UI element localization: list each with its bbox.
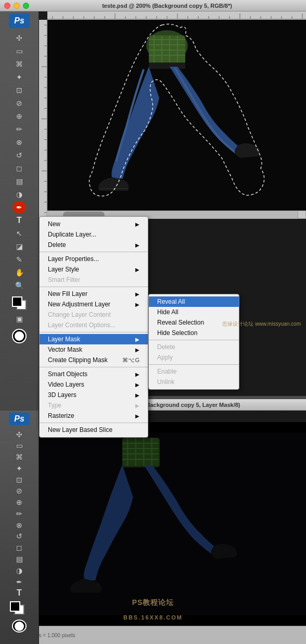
submenu-reveal-selection-label: Reveal Selection <box>157 319 204 326</box>
history-bottom[interactable]: ↺ <box>12 531 26 542</box>
submenu-hide-selection[interactable]: Hide Selection <box>149 328 239 338</box>
submenu-reveal-all[interactable]: Reveal All <box>149 296 239 307</box>
path-select-tool[interactable]: ↖ <box>12 227 26 240</box>
separator-5 <box>40 423 148 423</box>
screen-mode-button[interactable]: ▣ <box>12 313 26 325</box>
toolbar-bottom: Ps ✣ ▭ ⌘ ✦ ⊡ ⊘ ⊕ ✏ ⊗ ↺ ◻ ▤ ◑ ✒ T <box>0 411 39 635</box>
fg-bg-bottom[interactable] <box>8 599 31 617</box>
menu-new-layer-based-slice[interactable]: New Layer Based Slice <box>40 425 148 435</box>
menu-smart-objects[interactable]: Smart Objects ▶ <box>40 369 148 379</box>
submenu-separator-2 <box>149 364 239 365</box>
submenu-separator-1 <box>149 340 239 340</box>
brush-tool[interactable]: ✏ <box>12 123 26 135</box>
marquee-tool[interactable]: ▭ <box>12 45 26 57</box>
menu-video-layers-arrow: ▶ <box>135 382 139 388</box>
clone-bottom[interactable]: ⊗ <box>12 519 26 530</box>
menu-create-clipping-shortcut: ⌘⌥G <box>122 357 139 364</box>
zoom-tool[interactable]: 🔍 <box>12 279 26 292</box>
menu-delete[interactable]: Delete ▶ <box>40 240 148 250</box>
menu-rasterize[interactable]: Rasterize ▶ <box>40 411 148 421</box>
menu-new-fill-layer[interactable]: New Fill Layer ▶ <box>40 289 148 299</box>
watermark-line1: PS教程论坛 <box>132 598 174 608</box>
foreground-color[interactable] <box>12 296 22 307</box>
marquee-tool-bottom[interactable]: ▭ <box>12 440 26 451</box>
menu-layer-properties[interactable]: Layer Properties... <box>40 254 148 264</box>
submenu-hide-selection-label: Hide Selection <box>157 329 197 337</box>
hand-tool[interactable]: ✋ <box>12 266 26 279</box>
submenu-delete-label: Delete <box>157 343 175 351</box>
eraser-tool[interactable]: ◻ <box>12 162 26 175</box>
minimize-button[interactable] <box>14 3 20 9</box>
type-bottom[interactable]: T <box>12 588 26 599</box>
menu-type-arrow: ▶ <box>135 403 139 408</box>
notes-tool[interactable]: ✎ <box>12 253 26 266</box>
menu-new-adjustment-arrow: ▶ <box>135 302 139 307</box>
quick-select-bottom[interactable]: ✦ <box>12 463 26 474</box>
watermark-line2: BBS.16XX8.COM <box>123 614 183 621</box>
close-button[interactable] <box>4 3 10 9</box>
lasso-tool[interactable]: ⌘ <box>12 58 26 70</box>
menu-video-layers-label: Video Layers <box>48 381 84 388</box>
menu-3d-layers[interactable]: 3D Layers ▶ <box>40 390 148 400</box>
bottom-statusbar: 200% 1 pixels = 1.000 pixels <box>0 626 306 644</box>
move-tool-bottom[interactable]: ✣ <box>12 429 26 440</box>
submenu-reveal-all-label: Reveal All <box>157 298 185 305</box>
separator-4 <box>40 367 148 367</box>
submenu-unlink: Unlink <box>149 377 239 387</box>
move-tool[interactable]: ✣ <box>12 32 26 44</box>
quick-select-tool[interactable]: ✦ <box>12 71 26 83</box>
gradient-bottom[interactable]: ▤ <box>12 554 26 565</box>
quick-mask-mode[interactable] <box>8 329 31 350</box>
lasso-tool-bottom[interactable]: ⌘ <box>12 452 26 463</box>
menu-new-fill-arrow: ▶ <box>135 291 139 297</box>
menu-change-layer-content: Change Layer Content <box>40 309 148 320</box>
shape-tool[interactable]: ◪ <box>12 240 26 253</box>
clone-tool[interactable]: ⊗ <box>12 136 26 148</box>
menu-create-clipping-mask[interactable]: Create Clipping Mask ⌘⌥G <box>40 355 148 365</box>
mask-indicator <box>12 329 27 343</box>
svg-rect-0 <box>47 11 306 19</box>
menu-vector-mask[interactable]: Vector Mask ▶ <box>40 344 148 355</box>
menu-duplicate-layer[interactable]: Duplicate Layer... <box>40 229 148 240</box>
eyedropper-tool[interactable]: ⊘ <box>12 97 26 109</box>
menu-layer-properties-label: Layer Properties... <box>48 255 99 263</box>
brush-bottom[interactable]: ✏ <box>12 509 26 519</box>
fg-bottom[interactable] <box>10 601 20 612</box>
menu-smart-objects-label: Smart Objects <box>48 370 87 378</box>
pen-bottom[interactable]: ✒ <box>12 576 26 587</box>
dodge-tool[interactable]: ◑ <box>12 188 26 201</box>
type-tool[interactable]: T <box>12 214 26 227</box>
maximize-button[interactable] <box>23 3 29 9</box>
heal-tool[interactable]: ⊕ <box>12 110 26 122</box>
submenu-hide-all-label: Hide All <box>157 308 178 316</box>
canvas-area <box>47 20 306 218</box>
menu-new[interactable]: New ▶ <box>40 219 148 229</box>
heal-bottom[interactable]: ⊕ <box>12 497 26 508</box>
dodge-bottom[interactable]: ◑ <box>12 565 26 576</box>
crop-tool-bottom[interactable]: ⊡ <box>12 474 26 485</box>
mask-indicator-bottom <box>12 620 27 633</box>
eyedropper-bottom[interactable]: ⊘ <box>12 486 26 497</box>
pen-tool[interactable]: ✒ <box>12 201 26 214</box>
menu-delete-arrow: ▶ <box>135 242 139 248</box>
menu-smart-objects-arrow: ▶ <box>135 371 139 377</box>
menu-new-adjustment-layer[interactable]: New Adjustment Layer ▶ <box>40 299 148 309</box>
separator-1 <box>40 252 148 252</box>
ps-logo: Ps <box>9 14 30 28</box>
menu-rasterize-label: Rasterize <box>48 412 74 419</box>
context-menu: New ▶ Duplicate Layer... Delete ▶ Layer … <box>39 216 148 438</box>
crop-tool[interactable]: ⊡ <box>12 84 26 96</box>
submenu-enable: Enable <box>149 366 239 377</box>
gradient-tool[interactable]: ▤ <box>12 175 26 188</box>
color-swatches[interactable] <box>10 294 29 311</box>
menu-change-layer-content-label: Change Layer Content <box>48 311 111 318</box>
menu-delete-label: Delete <box>48 241 66 249</box>
eraser-bottom[interactable]: ◻ <box>12 542 26 553</box>
history-brush-tool[interactable]: ↺ <box>12 149 26 162</box>
menu-layer-style[interactable]: Layer Style ▶ <box>40 264 148 275</box>
menu-video-layers[interactable]: Video Layers ▶ <box>40 379 148 390</box>
menu-layer-mask[interactable]: Layer Mask ▶ <box>40 334 148 344</box>
menu-layer-content-options-label: Layer Content Options... <box>48 321 116 329</box>
ruler-top <box>47 11 306 20</box>
submenu-hide-all[interactable]: Hide All <box>149 307 239 317</box>
